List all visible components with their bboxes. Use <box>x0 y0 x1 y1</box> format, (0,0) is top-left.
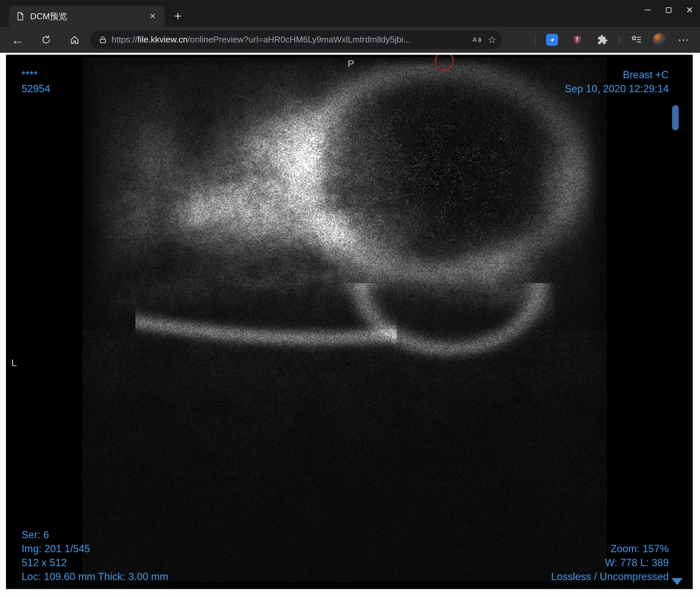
browser-window: DCM预览 ✕ + ✕ ← <box>0 0 700 597</box>
series-number: Ser: 6 <box>22 528 168 542</box>
slice-location: Loc: 109.60 mm Thick: 3.00 mm <box>22 570 168 584</box>
patient-info-overlay: **** 52954 <box>22 68 50 96</box>
favorites-list-icon <box>631 34 642 46</box>
read-aloud-icon: A <box>472 35 482 45</box>
page-background: **** 52954 Breast +C Sep 10, 2020 12:29:… <box>0 53 700 597</box>
patient-name: **** <box>22 68 50 82</box>
back-arrow-icon: ← <box>11 33 24 47</box>
study-info-overlay: Breast +C Sep 10, 2020 12:29:14 <box>565 68 669 96</box>
study-datetime: Sep 10, 2020 12:29:14 <box>565 82 669 96</box>
separator <box>619 34 620 46</box>
maximize-icon <box>666 7 672 13</box>
read-aloud-letter: A <box>473 36 477 43</box>
lock-icon <box>99 35 107 44</box>
home-icon <box>69 34 80 45</box>
scrollbar-thumb[interactable] <box>672 105 679 130</box>
compression-info: Lossless / Uncompressed <box>551 570 669 584</box>
display-info-overlay: Zoom: 157% W: 778 L: 389 Lossless / Unco… <box>551 542 669 584</box>
window-level: W: 778 L: 389 <box>551 556 669 570</box>
orientation-marker-left: L <box>11 357 17 368</box>
zoom-level: Zoom: 157% <box>551 542 669 556</box>
site-info-button[interactable] <box>96 32 109 47</box>
settings-more-button[interactable]: ⋯ <box>675 31 692 48</box>
extensions-button[interactable] <box>594 31 611 48</box>
tab-close-button[interactable]: ✕ <box>146 10 159 23</box>
image-number: Img: 201 1/545 <box>22 542 168 556</box>
extension-shield-button[interactable]: T <box>569 31 586 48</box>
series-info-overlay: Ser: 6 Img: 201 1/545 512 x 512 Loc: 109… <box>22 528 168 584</box>
minimize-icon <box>645 9 651 10</box>
shield-icon: T <box>572 34 583 46</box>
url-domain: file.kkview.cn <box>138 34 188 45</box>
navigation-toolbar: ← https://file.kkview.cn/onlinePreview?u… <box>0 27 700 53</box>
back-button[interactable]: ← <box>7 30 28 49</box>
favorites-hub-button[interactable] <box>628 31 645 48</box>
puzzle-icon <box>597 34 608 45</box>
orientation-marker-posterior: P <box>348 58 354 69</box>
profile-avatar-button[interactable] <box>653 33 667 47</box>
patient-id: 52954 <box>22 82 50 96</box>
tab-strip: DCM预览 ✕ + ✕ <box>0 0 700 27</box>
home-button[interactable] <box>65 30 85 49</box>
extension-translate-button[interactable] <box>544 31 561 48</box>
window-close-button[interactable]: ✕ <box>679 0 700 20</box>
ellipsis-icon: ⋯ <box>678 33 689 47</box>
url-path: /onlinePreview?url=aHR0cHM6Ly9maWxlLmtrd… <box>188 34 411 45</box>
address-bar[interactable]: https://file.kkview.cn/onlinePreview?url… <box>90 30 502 49</box>
read-aloud-button[interactable]: A <box>469 32 484 47</box>
favorite-star-button[interactable]: ☆ <box>484 32 500 47</box>
refresh-icon <box>41 34 51 45</box>
document-icon <box>16 11 25 21</box>
maximize-button[interactable] <box>658 0 679 20</box>
matrix-size: 512 x 512 <box>22 556 168 570</box>
dicom-viewer: **** 52954 Breast +C Sep 10, 2020 12:29:… <box>6 55 693 589</box>
url-scheme: https:// <box>111 34 138 45</box>
shield-letter: T <box>576 37 579 43</box>
tab-title: DCM预览 <box>30 10 141 22</box>
refresh-button[interactable] <box>36 30 56 49</box>
tab-dcm-preview[interactable]: DCM预览 ✕ <box>9 6 165 27</box>
window-controls: ✕ <box>637 0 700 20</box>
toolbar-right-cluster: T ⋯ <box>535 31 695 48</box>
star-icon: ☆ <box>488 34 497 46</box>
study-description: Breast +C <box>565 68 669 82</box>
separator <box>535 34 535 46</box>
translate-icon <box>546 34 558 46</box>
mri-image[interactable] <box>82 57 607 582</box>
new-tab-button[interactable]: + <box>170 8 185 24</box>
url-text: https://file.kkview.cn/onlinePreview?url… <box>111 34 469 45</box>
scroll-down-arrow[interactable] <box>672 578 683 585</box>
minimize-button[interactable] <box>637 0 658 20</box>
